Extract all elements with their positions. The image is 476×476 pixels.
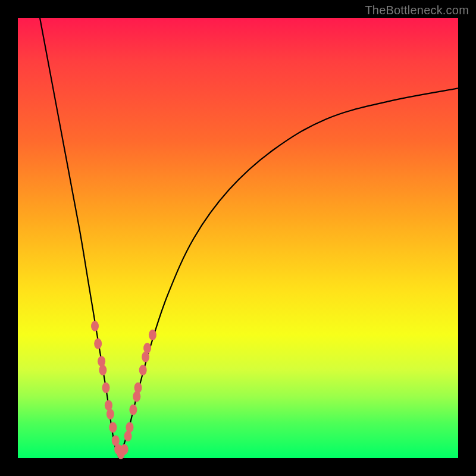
marker-dot: [121, 444, 129, 455]
marker-dot: [94, 339, 102, 349]
marker-dot: [134, 383, 142, 393]
marker-dot: [126, 422, 133, 433]
marker-group: [91, 321, 156, 459]
marker-dot: [99, 365, 107, 375]
plot-area: [18, 18, 458, 458]
marker-dot: [143, 343, 151, 353]
marker-dot: [98, 356, 105, 367]
marker-dot: [102, 383, 110, 393]
watermark-text: TheBottleneck.com: [365, 4, 469, 17]
outer-frame: TheBottleneck.com: [0, 0, 476, 476]
marker-dot: [129, 405, 137, 415]
marker-dot: [109, 422, 117, 433]
marker-dot: [149, 330, 156, 340]
curve-right-branch: [119, 88, 458, 458]
marker-dot: [91, 321, 99, 331]
marker-dot: [139, 365, 147, 375]
chart-svg: [18, 18, 458, 458]
marker-dot: [133, 391, 140, 402]
marker-dot: [107, 409, 114, 419]
